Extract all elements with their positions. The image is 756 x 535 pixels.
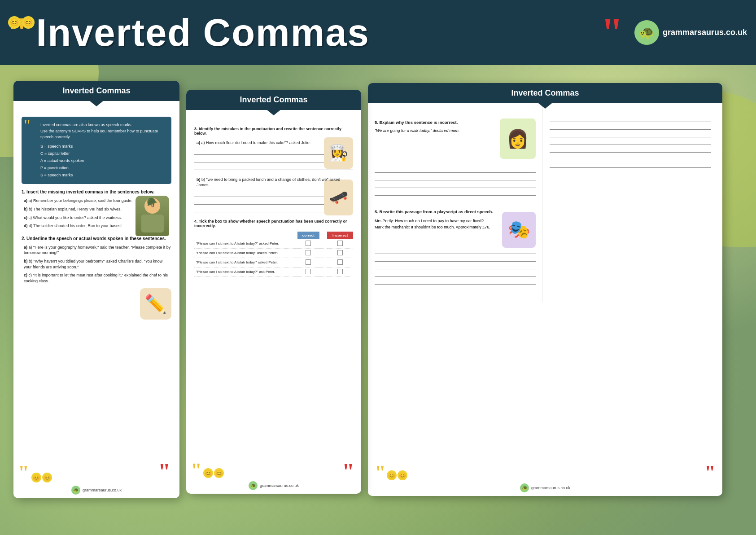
right-footer-right: " — [704, 462, 716, 482]
table-row: "Please can I sit next to Alistair today… — [194, 248, 353, 258]
answer-line — [375, 159, 536, 165]
section2-title: 2. Underline the speech or actual words … — [22, 236, 171, 241]
answer-line — [375, 182, 536, 188]
answer-line — [550, 123, 711, 130]
intro-text-1: Inverted commas are also known as speech… — [27, 122, 166, 140]
tick-table: correct incorrect "Please can I sit next… — [194, 232, 353, 277]
tick-sentence: "Please can I sit next to Alistair today… — [194, 267, 297, 276]
cartoon-soldier: 🪖 — [135, 196, 169, 236]
section4-title: 4. Tick the box to show whether speech p… — [194, 219, 353, 228]
tick-box-correct[interactable] — [306, 250, 311, 255]
intro-box: " Inverted commas are also known as spee… — [22, 117, 171, 184]
card-center-footer: 🐢 grammarsaurus.co.uk — [186, 481, 361, 490]
cartoon-chef: 👩‍🍳 — [324, 137, 353, 169]
answer-line — [550, 116, 711, 122]
logo-icon: 🐢 — [634, 20, 659, 45]
incorrect-header: incorrect — [327, 232, 353, 239]
content-area: Inverted Commas " Inverted commas are al… — [0, 70, 756, 535]
answer-line — [375, 255, 536, 262]
answer-line — [375, 286, 536, 292]
tick-box-incorrect[interactable] — [337, 241, 343, 246]
card-center-header: Inverted Commas — [186, 90, 361, 110]
answer-line — [550, 131, 711, 137]
card-left-body: " Inverted commas are also known as spee… — [13, 101, 179, 326]
answer-line — [375, 263, 536, 269]
smiley-face-1: 😊 — [8, 16, 21, 29]
footer-text: grammarsaurus.co.uk — [531, 486, 570, 490]
footer-quotes-right: " — [158, 460, 170, 482]
section5b-area: 5. Rewrite this passage from a playscrip… — [375, 209, 536, 292]
tick-box-correct[interactable] — [306, 259, 311, 265]
worksheet-card-center: Inverted Commas 3. Identify the mistakes… — [186, 90, 361, 494]
exercise-2c: c) c) "It is important to let the meat r… — [22, 272, 171, 284]
intro-list: S = speech marks C = capital letter A = … — [27, 143, 166, 179]
list-item: P = punctuation — [40, 164, 166, 171]
center-footer-right: " — [342, 460, 354, 482]
table-row: "Please can I sit next to Alistair today… — [194, 239, 353, 249]
section3-title: 3. Identify the mistakes in the punctuat… — [194, 127, 353, 136]
tick-box-incorrect[interactable] — [337, 269, 343, 274]
smiley-face-2: 😊 — [22, 16, 35, 29]
footer-text: grammarsaurus.co.uk — [260, 483, 299, 488]
footer-smileys-left: 😊 😊 — [31, 473, 52, 482]
answer-line — [375, 278, 536, 285]
center-header-triangle — [267, 110, 280, 115]
section1-title: 1. Insert the missing inverted commas in… — [22, 189, 171, 194]
answer-line — [550, 139, 711, 145]
tick-sentence: "Please can I sit next to Alistair today… — [194, 239, 297, 249]
right-footer-left: " 😊 😊 — [375, 462, 407, 482]
answer-line — [375, 189, 536, 196]
card-right-header: Inverted Commas — [368, 83, 722, 103]
card-right-title: Inverted Commas — [511, 88, 579, 98]
answer-line — [550, 154, 711, 160]
cartoon-boy: ✏️ — [140, 288, 171, 320]
worksheet-card-right: Inverted Commas 5. Explain why this sent… — [368, 83, 722, 496]
logo-area: 🐢 grammarsaurus.co.uk — [634, 20, 747, 45]
answer-line — [550, 162, 711, 168]
footer-logo: 🐢 — [520, 483, 529, 492]
intro-quote: " — [24, 119, 31, 132]
card-center-title: Inverted Commas — [240, 95, 307, 105]
tick-box-incorrect[interactable] — [337, 259, 343, 265]
page-title: Inverted Commas — [36, 11, 590, 55]
exercise-2b: b) b) "Why haven't you tidied your bedro… — [22, 259, 171, 270]
correct-header: correct — [297, 232, 319, 239]
list-item: S = speech marks — [40, 171, 166, 179]
answer-line — [375, 167, 536, 173]
worksheet-card-left: Inverted Commas " Inverted commas are al… — [13, 81, 179, 498]
center-footer-left: " 😊 😊 — [191, 460, 224, 480]
card-right-body: 5. Explain why this sentence is incorrec… — [368, 103, 722, 302]
list-item: C = capital letter — [40, 150, 166, 157]
tick-box-correct[interactable] — [306, 269, 311, 274]
exercise-2a: a) a) "Here is your geography homework,"… — [22, 245, 171, 256]
list-item: S = speech marks — [40, 143, 166, 150]
tick-sentence: "Please can I sit next to Alistair today… — [194, 258, 297, 267]
logo-text: grammarsaurus.co.uk — [663, 28, 747, 37]
footer-text: grammarsaurus.co.uk — [83, 488, 122, 492]
card-left-header: Inverted Commas — [13, 81, 179, 101]
table-row: "Please can I sit next to Alistair today… — [194, 258, 353, 267]
cartoon-woman: 👩 — [500, 118, 536, 159]
answer-line — [375, 174, 536, 180]
card-right-footer: 🐢 grammarsaurus.co.uk — [368, 483, 722, 492]
exercise-3b-area: b) b) "we need to bring a packed lunch a… — [194, 177, 353, 212]
list-item: A = actual words spoken — [40, 157, 166, 164]
right-col-space — [550, 116, 711, 295]
right-right-col — [543, 103, 718, 302]
footer-quotes-left: " — [18, 462, 29, 482]
answer-line — [550, 146, 711, 153]
cartoon-skater: 🛹 — [324, 180, 353, 215]
cartoon-masks: 🎭 — [502, 212, 536, 248]
exercise-3a-area: a) a) How much flour do I need to make t… — [194, 140, 353, 170]
tick-sentence: "Please can I sit next to Alistair today… — [194, 248, 297, 258]
header-banner: " 😊 😊 Inverted Commas " 🐢 grammarsaurus.… — [0, 0, 756, 65]
footer-logo: 🐢 — [249, 481, 258, 490]
answer-line — [375, 248, 536, 254]
right-left-col: 5. Explain why this sentence is incorrec… — [368, 103, 543, 302]
right-header-triangle — [538, 103, 552, 109]
tick-box-incorrect[interactable] — [337, 250, 343, 255]
card-left-title: Inverted Commas — [62, 86, 130, 96]
card-left-footer: 🐢 grammarsaurus.co.uk — [13, 486, 179, 495]
tick-box-correct[interactable] — [306, 241, 311, 246]
footer-logo: 🐢 — [71, 486, 80, 495]
